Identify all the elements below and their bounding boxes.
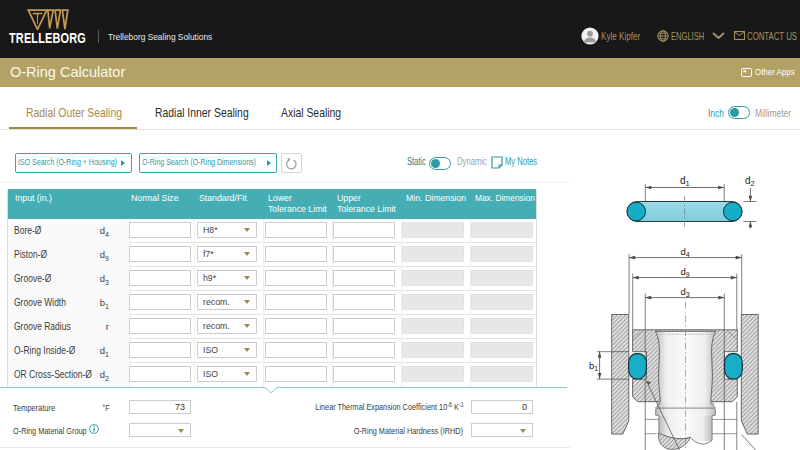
svg-text:d3: d3 bbox=[681, 286, 690, 298]
svg-text:d1: d1 bbox=[680, 175, 690, 188]
svg-text:b1: b1 bbox=[589, 360, 598, 372]
svg-text:d9: d9 bbox=[681, 266, 690, 278]
svg-text:d4: d4 bbox=[681, 246, 690, 258]
svg-text:d2: d2 bbox=[745, 175, 755, 188]
